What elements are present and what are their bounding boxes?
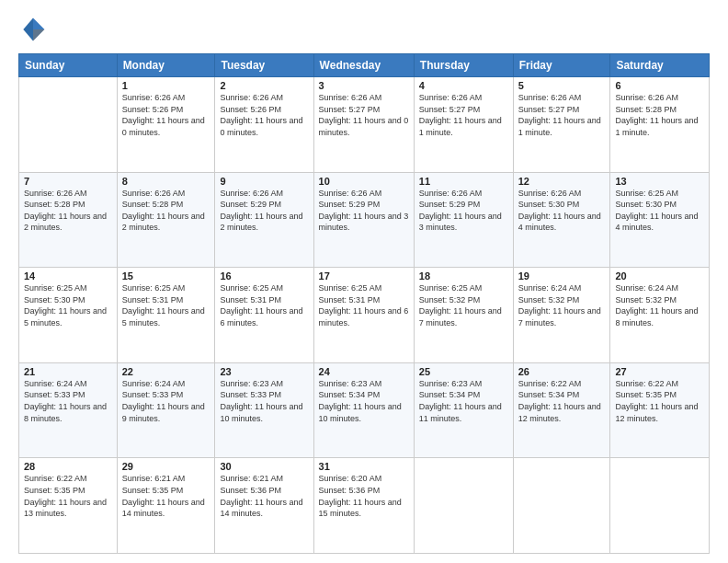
calendar-cell: 30Sunrise: 6:21 AMSunset: 5:36 PMDayligh…	[215, 458, 313, 554]
cell-info: Sunrise: 6:26 AMSunset: 5:26 PMDaylight:…	[122, 92, 210, 138]
calendar-cell: 28Sunrise: 6:22 AMSunset: 5:35 PMDayligh…	[19, 458, 118, 554]
cell-info: Sunrise: 6:24 AMSunset: 5:32 PMDaylight:…	[615, 282, 704, 328]
cell-day-number: 31	[319, 461, 409, 472]
cell-day-number: 5	[518, 80, 606, 91]
calendar-cell: 25Sunrise: 6:23 AMSunset: 5:34 PMDayligh…	[414, 362, 513, 458]
cell-info: Sunrise: 6:22 AMSunset: 5:34 PMDaylight:…	[518, 378, 606, 424]
cell-info: Sunrise: 6:26 AMSunset: 5:29 PMDaylight:…	[220, 188, 308, 234]
cell-info: Sunrise: 6:25 AMSunset: 5:31 PMDaylight:…	[220, 282, 308, 328]
calendar-cell: 10Sunrise: 6:26 AMSunset: 5:29 PMDayligh…	[313, 172, 414, 268]
calendar-cell: 4Sunrise: 6:26 AMSunset: 5:27 PMDaylight…	[414, 77, 513, 173]
cell-day-number: 4	[419, 80, 508, 91]
weekday-header-sunday: Sunday	[19, 54, 118, 77]
cell-info: Sunrise: 6:26 AMSunset: 5:30 PMDaylight:…	[518, 188, 606, 234]
cell-day-number: 21	[24, 366, 112, 377]
cell-info: Sunrise: 6:25 AMSunset: 5:31 PMDaylight:…	[319, 282, 409, 328]
cell-day-number: 1	[122, 80, 210, 91]
cell-day-number: 11	[419, 176, 508, 187]
cell-info: Sunrise: 6:20 AMSunset: 5:36 PMDaylight:…	[319, 473, 409, 519]
cell-info: Sunrise: 6:26 AMSunset: 5:27 PMDaylight:…	[419, 92, 508, 138]
cell-day-number: 24	[319, 366, 409, 377]
calendar-cell: 6Sunrise: 6:26 AMSunset: 5:28 PMDaylight…	[610, 77, 710, 173]
cell-day-number: 16	[220, 270, 308, 282]
calendar-table: SundayMondayTuesdayWednesdayThursdayFrid…	[18, 53, 710, 554]
calendar-cell: 20Sunrise: 6:24 AMSunset: 5:32 PMDayligh…	[610, 268, 710, 363]
cell-day-number: 17	[319, 270, 409, 282]
weekday-header-monday: Monday	[117, 54, 215, 77]
cell-day-number: 14	[24, 270, 112, 282]
cell-info: Sunrise: 6:24 AMSunset: 5:32 PMDaylight:…	[518, 282, 606, 328]
calendar-cell: 7Sunrise: 6:26 AMSunset: 5:28 PMDaylight…	[19, 172, 118, 268]
cell-info: Sunrise: 6:26 AMSunset: 5:28 PMDaylight:…	[615, 92, 704, 138]
weekday-header-row: SundayMondayTuesdayWednesdayThursdayFrid…	[19, 54, 710, 77]
calendar-cell: 16Sunrise: 6:25 AMSunset: 5:31 PMDayligh…	[215, 268, 313, 363]
calendar-cell	[19, 77, 118, 173]
cell-info: Sunrise: 6:22 AMSunset: 5:35 PMDaylight:…	[615, 378, 704, 424]
cell-info: Sunrise: 6:24 AMSunset: 5:33 PMDaylight:…	[24, 378, 112, 424]
calendar-cell: 29Sunrise: 6:21 AMSunset: 5:35 PMDayligh…	[117, 458, 215, 554]
cell-day-number: 28	[24, 461, 112, 472]
cell-day-number: 9	[220, 176, 308, 187]
cell-info: Sunrise: 6:23 AMSunset: 5:34 PMDaylight:…	[419, 378, 508, 424]
cell-info: Sunrise: 6:21 AMSunset: 5:36 PMDaylight:…	[220, 473, 308, 519]
calendar-cell	[414, 458, 513, 554]
calendar-cell: 15Sunrise: 6:25 AMSunset: 5:31 PMDayligh…	[117, 268, 215, 363]
cell-day-number: 19	[518, 270, 606, 282]
calendar-cell: 13Sunrise: 6:25 AMSunset: 5:30 PMDayligh…	[610, 172, 710, 268]
calendar-cell: 17Sunrise: 6:25 AMSunset: 5:31 PMDayligh…	[313, 268, 414, 363]
calendar-week-row: 14Sunrise: 6:25 AMSunset: 5:30 PMDayligh…	[19, 268, 710, 363]
cell-info: Sunrise: 6:26 AMSunset: 5:29 PMDaylight:…	[319, 188, 409, 234]
calendar-cell: 23Sunrise: 6:23 AMSunset: 5:33 PMDayligh…	[215, 362, 313, 458]
header	[18, 15, 710, 44]
cell-info: Sunrise: 6:26 AMSunset: 5:28 PMDaylight:…	[24, 188, 112, 234]
cell-info: Sunrise: 6:25 AMSunset: 5:32 PMDaylight:…	[419, 282, 508, 328]
weekday-header-thursday: Thursday	[414, 54, 513, 77]
calendar-cell: 26Sunrise: 6:22 AMSunset: 5:34 PMDayligh…	[513, 362, 610, 458]
cell-day-number: 12	[518, 176, 606, 187]
page: SundayMondayTuesdayWednesdayThursdayFrid…	[0, 0, 728, 563]
cell-info: Sunrise: 6:25 AMSunset: 5:31 PMDaylight:…	[122, 282, 210, 328]
cell-info: Sunrise: 6:26 AMSunset: 5:27 PMDaylight:…	[319, 92, 409, 138]
calendar-cell: 31Sunrise: 6:20 AMSunset: 5:36 PMDayligh…	[313, 458, 414, 554]
calendar-cell	[610, 458, 710, 554]
cell-info: Sunrise: 6:23 AMSunset: 5:33 PMDaylight:…	[220, 378, 308, 424]
calendar-cell: 21Sunrise: 6:24 AMSunset: 5:33 PMDayligh…	[19, 362, 118, 458]
cell-day-number: 8	[122, 176, 210, 187]
cell-day-number: 22	[122, 366, 210, 377]
cell-day-number: 23	[220, 366, 308, 377]
cell-day-number: 3	[319, 80, 409, 91]
cell-info: Sunrise: 6:21 AMSunset: 5:35 PMDaylight:…	[122, 473, 210, 519]
cell-day-number: 18	[419, 270, 508, 282]
calendar-cell: 18Sunrise: 6:25 AMSunset: 5:32 PMDayligh…	[414, 268, 513, 363]
calendar-cell	[513, 458, 610, 554]
calendar-cell: 8Sunrise: 6:26 AMSunset: 5:28 PMDaylight…	[117, 172, 215, 268]
cell-info: Sunrise: 6:26 AMSunset: 5:28 PMDaylight:…	[122, 188, 210, 234]
calendar-week-row: 21Sunrise: 6:24 AMSunset: 5:33 PMDayligh…	[19, 362, 710, 458]
weekday-header-saturday: Saturday	[610, 54, 710, 77]
calendar-cell: 14Sunrise: 6:25 AMSunset: 5:30 PMDayligh…	[19, 268, 118, 363]
cell-info: Sunrise: 6:23 AMSunset: 5:34 PMDaylight:…	[319, 378, 409, 424]
calendar-cell: 11Sunrise: 6:26 AMSunset: 5:29 PMDayligh…	[414, 172, 513, 268]
cell-info: Sunrise: 6:26 AMSunset: 5:27 PMDaylight:…	[518, 92, 606, 138]
cell-info: Sunrise: 6:22 AMSunset: 5:35 PMDaylight:…	[24, 473, 112, 519]
cell-day-number: 6	[615, 80, 704, 91]
calendar-cell: 5Sunrise: 6:26 AMSunset: 5:27 PMDaylight…	[513, 77, 610, 173]
cell-day-number: 30	[220, 461, 308, 472]
cell-day-number: 20	[615, 270, 704, 282]
cell-info: Sunrise: 6:24 AMSunset: 5:33 PMDaylight:…	[122, 378, 210, 424]
cell-info: Sunrise: 6:26 AMSunset: 5:26 PMDaylight:…	[220, 92, 308, 138]
cell-day-number: 15	[122, 270, 210, 282]
cell-info: Sunrise: 6:26 AMSunset: 5:29 PMDaylight:…	[419, 188, 508, 234]
calendar-week-row: 28Sunrise: 6:22 AMSunset: 5:35 PMDayligh…	[19, 458, 710, 554]
logo	[18, 15, 51, 44]
weekday-header-friday: Friday	[513, 54, 610, 77]
weekday-header-wednesday: Wednesday	[313, 54, 414, 77]
logo-icon	[18, 15, 48, 44]
cell-info: Sunrise: 6:25 AMSunset: 5:30 PMDaylight:…	[24, 282, 112, 328]
weekday-header-tuesday: Tuesday	[215, 54, 313, 77]
calendar-week-row: 7Sunrise: 6:26 AMSunset: 5:28 PMDaylight…	[19, 172, 710, 268]
cell-day-number: 2	[220, 80, 308, 91]
calendar-week-row: 1Sunrise: 6:26 AMSunset: 5:26 PMDaylight…	[19, 77, 710, 173]
cell-day-number: 26	[518, 366, 606, 377]
calendar-cell: 27Sunrise: 6:22 AMSunset: 5:35 PMDayligh…	[610, 362, 710, 458]
